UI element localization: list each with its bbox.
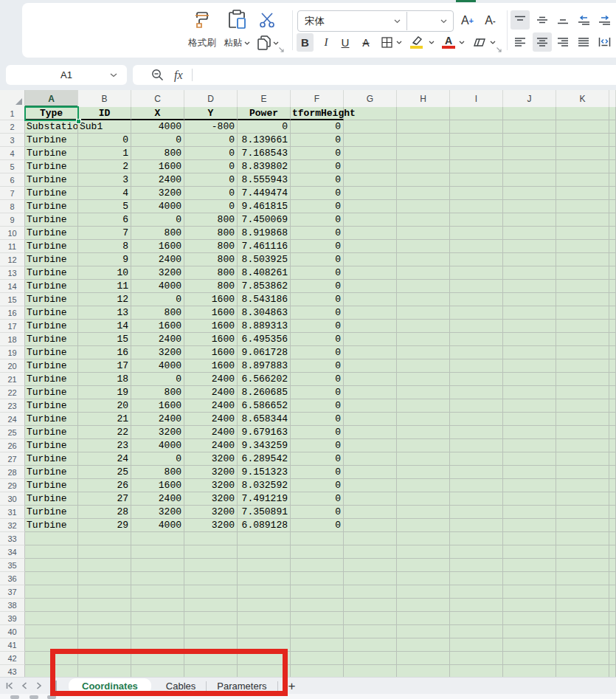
cell-E9[interactable]: 7.450069	[238, 213, 291, 227]
cell-H37[interactable]	[397, 585, 450, 599]
cell-I2[interactable]	[450, 120, 503, 134]
cell-F43[interactable]	[291, 665, 344, 677]
cell-C2[interactable]: 4000	[131, 120, 184, 134]
cell-C13[interactable]: 3200	[131, 266, 184, 280]
cell-K42[interactable]	[556, 652, 609, 665]
cell-E37[interactable]	[238, 585, 291, 599]
cell-A8[interactable]: Turbine	[25, 200, 78, 213]
cell-B43[interactable]	[78, 665, 131, 677]
cell-G5[interactable]	[344, 160, 397, 173]
cell-D28[interactable]: 3200	[184, 466, 238, 479]
cell-E25[interactable]: 9.679163	[238, 426, 291, 439]
cell-B7[interactable]: 4	[78, 187, 131, 200]
cell-I21[interactable]	[450, 373, 503, 386]
cell-G10[interactable]	[344, 227, 397, 240]
cell-I24[interactable]	[450, 413, 503, 426]
column-header-F[interactable]: F	[291, 90, 344, 107]
row-header-17[interactable]: 17	[0, 320, 25, 333]
column-header-D[interactable]: D	[184, 90, 238, 107]
row-header-7[interactable]: 7	[0, 187, 25, 200]
cell-B36[interactable]	[78, 572, 131, 585]
cell-B13[interactable]: 10	[78, 266, 131, 280]
cell-C6[interactable]: 2400	[131, 173, 184, 187]
cell-I30[interactable]	[450, 492, 503, 506]
align-center-button[interactable]	[533, 32, 552, 52]
cell-G24[interactable]	[344, 413, 397, 426]
underline-button[interactable]: U	[338, 33, 353, 52]
cell-H25[interactable]	[397, 426, 450, 439]
cell-D40[interactable]	[184, 625, 238, 638]
cell-G4[interactable]	[344, 147, 397, 160]
cell-G37[interactable]	[344, 585, 397, 599]
cell-E17[interactable]: 8.889313	[238, 320, 291, 333]
cell-K23[interactable]	[556, 399, 609, 413]
cell-D26[interactable]: 2400	[184, 439, 238, 452]
cell-K31[interactable]	[556, 506, 609, 519]
cell-E38[interactable]	[238, 599, 291, 612]
column-header-G[interactable]: G	[344, 90, 397, 107]
cell-B41[interactable]	[78, 638, 131, 652]
cell-B37[interactable]	[78, 585, 131, 599]
cell-D23[interactable]: 2400	[184, 399, 238, 413]
cell-E7[interactable]: 7.449474	[238, 187, 291, 200]
cell-K11[interactable]	[556, 240, 609, 253]
cell-E1[interactable]: Power	[238, 107, 291, 120]
cell-E29[interactable]: 8.032592	[238, 479, 291, 492]
cell-J21[interactable]	[503, 373, 556, 386]
cell-B22[interactable]: 19	[78, 386, 131, 399]
cell-I18[interactable]	[450, 333, 503, 346]
cell-I26[interactable]	[450, 439, 503, 452]
cell-E6[interactable]: 8.555943	[238, 173, 291, 187]
column-header-C[interactable]: C	[131, 90, 184, 107]
status-icon[interactable]	[10, 695, 19, 699]
cell-G27[interactable]	[344, 452, 397, 466]
increase-indent-button[interactable]	[595, 10, 614, 30]
cell-J28[interactable]	[503, 466, 556, 479]
cell-I28[interactable]	[450, 466, 503, 479]
cell-A10[interactable]: Turbine	[25, 227, 78, 240]
cell-B5[interactable]: 2	[78, 160, 131, 173]
cell-H18[interactable]	[397, 333, 450, 346]
cell-D7[interactable]: 0	[184, 187, 238, 200]
format-painter-button[interactable]: 格式刷	[184, 8, 220, 49]
cell-J12[interactable]	[503, 253, 556, 266]
cell-G14[interactable]	[344, 280, 397, 293]
cell-C20[interactable]: 4000	[131, 359, 184, 373]
cell-C33[interactable]	[131, 532, 184, 545]
cell-G9[interactable]	[344, 213, 397, 227]
row-header-16[interactable]: 16	[0, 306, 25, 320]
cell-D2[interactable]: -800	[184, 120, 238, 134]
cell-C30[interactable]: 2400	[131, 492, 184, 506]
cell-E24[interactable]: 8.658344	[238, 413, 291, 426]
cell-D27[interactable]: 3200	[184, 452, 238, 466]
cell-G2[interactable]	[344, 120, 397, 134]
chevron-down-icon[interactable]	[429, 41, 435, 44]
cell-H20[interactable]	[397, 359, 450, 373]
cell-H42[interactable]	[397, 652, 450, 665]
cell-I22[interactable]	[450, 386, 503, 399]
cell-G21[interactable]	[344, 373, 397, 386]
cell-A14[interactable]: Turbine	[25, 280, 78, 293]
cell-K22[interactable]	[556, 386, 609, 399]
cell-E13[interactable]: 8.408261	[238, 266, 291, 280]
font-name-select[interactable]: 宋体	[298, 11, 406, 31]
cell-C18[interactable]: 2400	[131, 333, 184, 346]
cell-E43[interactable]	[238, 665, 291, 677]
cell-F21[interactable]: 0	[291, 373, 344, 386]
cell-B39[interactable]	[78, 612, 131, 625]
cell-B34[interactable]	[78, 545, 131, 559]
cell-J16[interactable]	[503, 306, 556, 320]
cell-F37[interactable]	[291, 585, 344, 599]
cell-I25[interactable]	[450, 426, 503, 439]
cell-K13[interactable]	[556, 266, 609, 280]
previous-sheet-button[interactable]	[17, 678, 32, 693]
cell-A19[interactable]: Turbine	[25, 346, 78, 359]
cell-C42[interactable]	[131, 652, 184, 665]
cell-A9[interactable]: Turbine	[25, 213, 78, 227]
cell-J8[interactable]	[503, 200, 556, 213]
cell-I10[interactable]	[450, 227, 503, 240]
row-header-8[interactable]: 8	[0, 200, 25, 213]
cell-G19[interactable]	[344, 346, 397, 359]
cell-F24[interactable]: 0	[291, 413, 344, 426]
paste-button[interactable]: 粘贴	[221, 8, 253, 49]
